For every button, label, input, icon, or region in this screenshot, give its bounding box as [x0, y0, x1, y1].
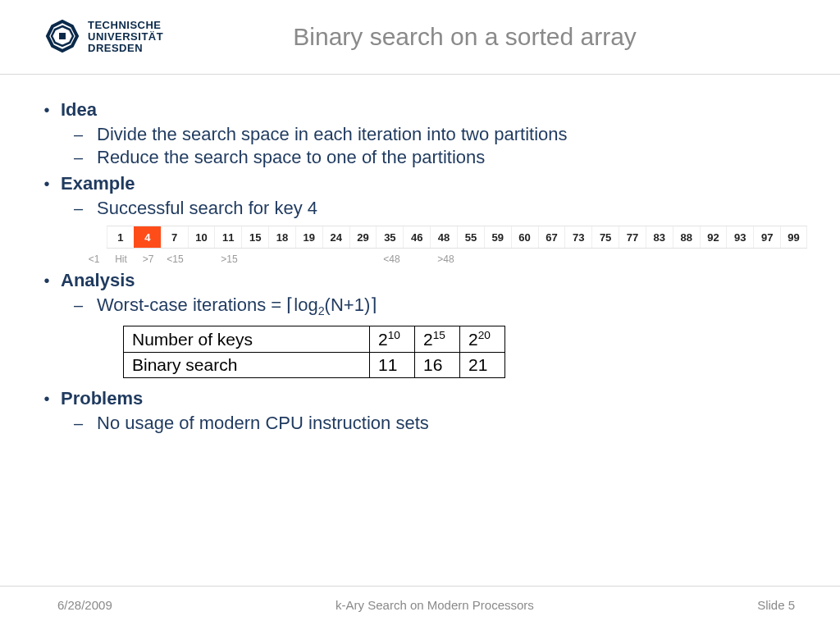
- table-header-binary: Binary search: [124, 353, 370, 378]
- array-annotation: [324, 253, 351, 265]
- array-cell: 11: [214, 226, 241, 248]
- table-cell: 16: [415, 353, 460, 378]
- array-annotation: >15: [216, 253, 243, 265]
- table-row: Number of keys 210 215 220: [124, 326, 505, 353]
- array-annotation: <15: [162, 253, 189, 265]
- array-annotation: >48: [432, 253, 459, 265]
- logo-text: TECHNISCHE UNIVERSITÄT DRESDEN: [88, 20, 163, 55]
- array-annotation: <48: [378, 253, 405, 265]
- slide-title: Binary search on a sorted array: [163, 23, 815, 51]
- array-cell: 99: [780, 226, 807, 248]
- slide-footer: 6/28/2009 k-Ary Search on Modern Process…: [0, 586, 840, 630]
- example-item-1: Successful search for key 4: [97, 198, 317, 219]
- array-cell: 77: [619, 226, 646, 248]
- array-annotation: [351, 253, 378, 265]
- array-cell: 29: [349, 226, 377, 248]
- slide-body: •Idea –Divide the search space in each i…: [0, 75, 840, 434]
- array-cell: 75: [591, 226, 619, 248]
- array-cell: 55: [457, 226, 484, 248]
- table-cell: 210: [370, 326, 415, 353]
- table-cell: 215: [415, 326, 460, 353]
- array-annotation: >7: [135, 253, 162, 265]
- footer-date: 6/28/2009: [57, 598, 112, 612]
- array-annotation: [243, 253, 270, 265]
- idea-item-2: Reduce the search space to one of the pa…: [97, 147, 485, 168]
- array-cell: 60: [511, 226, 538, 248]
- array-cell: 15: [241, 226, 268, 248]
- footer-slide-number: Slide 5: [757, 598, 795, 612]
- table-cell: 11: [370, 353, 415, 378]
- array-annotations: <1Hit>7<15>15<48>48: [33, 253, 807, 265]
- array-annotation: <1: [80, 253, 107, 265]
- section-example: Example: [61, 173, 135, 194]
- table-cell: 220: [460, 326, 505, 353]
- array-cell: 4: [134, 226, 161, 248]
- slide: TECHNISCHE UNIVERSITÄT DRESDEN Binary se…: [0, 0, 840, 630]
- section-problems: Problems: [61, 388, 143, 409]
- array-cell: 92: [700, 226, 727, 248]
- array-cell: 35: [376, 226, 403, 248]
- array-annotation: [189, 253, 216, 265]
- array-cell: 83: [646, 226, 673, 248]
- array-cell: 93: [726, 226, 753, 248]
- section-idea: Idea: [61, 99, 97, 121]
- array-cell: 88: [673, 226, 700, 248]
- array-cell: 7: [161, 226, 188, 248]
- university-logo: TECHNISCHE UNIVERSITÄT DRESDEN: [45, 20, 163, 55]
- array-cell: 1: [107, 226, 134, 248]
- array-cell: 73: [564, 226, 591, 248]
- array-cell: 18: [268, 226, 295, 248]
- idea-item-1: Divide the search space in each iteratio…: [97, 124, 568, 145]
- svg-rect-0: [59, 33, 66, 39]
- analysis-table: Number of keys 210 215 220 Binary search…: [123, 326, 505, 378]
- table-row: Binary search 11 16 21: [124, 353, 505, 378]
- section-analysis: Analysis: [61, 270, 135, 291]
- table-header-keys: Number of keys: [124, 326, 370, 353]
- array-cell: 24: [322, 226, 349, 248]
- analysis-formula: Worst-case iterations = ⌈log2(N+1)⌉: [97, 294, 377, 317]
- array-annotation: [270, 253, 297, 265]
- array-visualization: 1471011151819242935464855596067737577838…: [33, 226, 807, 249]
- array-cell: 59: [484, 226, 511, 248]
- footer-title: k-Ary Search on Modern Processors: [336, 598, 534, 612]
- array-cell: 46: [403, 226, 430, 248]
- array-cell: 97: [753, 226, 780, 248]
- array-annotation: [405, 253, 432, 265]
- problems-item-1: No usage of modern CPU instruction sets: [97, 413, 429, 434]
- array-cell: 10: [188, 226, 215, 248]
- slide-header: TECHNISCHE UNIVERSITÄT DRESDEN Binary se…: [0, 0, 840, 74]
- table-cell: 21: [460, 353, 505, 378]
- array-annotation: [297, 253, 324, 265]
- logo-icon: [45, 20, 80, 54]
- array-cell: 19: [295, 226, 322, 248]
- array-cell: 67: [538, 226, 565, 248]
- array-cell: 48: [430, 226, 457, 248]
- array-annotation: Hit: [107, 253, 135, 265]
